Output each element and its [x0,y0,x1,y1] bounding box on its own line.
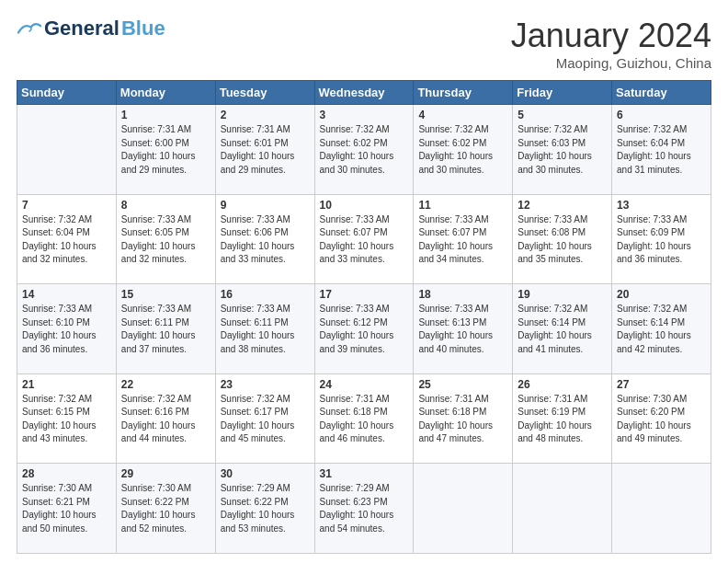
calendar-cell: 14Sunrise: 7:33 AM Sunset: 6:10 PM Dayli… [17,284,117,374]
month-title: January 2024 [511,17,711,55]
calendar-cell: 24Sunrise: 7:31 AM Sunset: 6:18 PM Dayli… [314,373,414,464]
day-info: Sunrise: 7:33 AM Sunset: 6:09 PM Dayligh… [617,213,706,267]
calendar-cell: 11Sunrise: 7:33 AM Sunset: 6:07 PM Dayli… [414,194,513,284]
day-number: 3 [320,109,409,121]
day-number: 13 [617,199,706,212]
calendar-cell: 31Sunrise: 7:29 AM Sunset: 6:23 PM Dayli… [314,464,414,554]
day-number: 20 [617,288,706,301]
day-info: Sunrise: 7:32 AM Sunset: 6:16 PM Dayligh… [121,393,210,446]
day-number: 14 [22,288,111,301]
day-number: 23 [221,378,310,391]
day-info: Sunrise: 7:33 AM Sunset: 6:07 PM Dayligh… [320,213,409,267]
day-info: Sunrise: 7:31 AM Sunset: 6:19 PM Dayligh… [518,393,607,446]
day-info: Sunrise: 7:32 AM Sunset: 6:15 PM Dayligh… [22,393,111,446]
day-info: Sunrise: 7:31 AM Sunset: 6:01 PM Dayligh… [221,123,310,177]
day-info: Sunrise: 7:30 AM Sunset: 6:22 PM Dayligh… [121,482,210,535]
calendar-cell: 25Sunrise: 7:31 AM Sunset: 6:18 PM Dayli… [414,373,513,464]
calendar-cell: 6Sunrise: 7:32 AM Sunset: 6:04 PM Daylig… [612,105,711,195]
calendar-cell [513,464,612,554]
calendar-cell: 3Sunrise: 7:32 AM Sunset: 6:02 PM Daylig… [314,105,414,195]
day-info: Sunrise: 7:33 AM Sunset: 6:07 PM Dayligh… [418,213,507,267]
col-header-saturday: Saturday [612,81,711,105]
day-number: 26 [518,378,607,391]
calendar-cell: 1Sunrise: 7:31 AM Sunset: 6:00 PM Daylig… [116,105,215,195]
day-number: 19 [518,288,607,301]
calendar-cell: 9Sunrise: 7:33 AM Sunset: 6:06 PM Daylig… [215,194,314,284]
calendar-cell: 28Sunrise: 7:30 AM Sunset: 6:21 PM Dayli… [17,464,117,554]
day-number: 2 [221,109,310,121]
day-number: 6 [617,109,706,121]
calendar-cell: 2Sunrise: 7:31 AM Sunset: 6:01 PM Daylig… [215,105,314,195]
col-header-wednesday: Wednesday [314,81,414,105]
day-number: 9 [221,199,310,212]
calendar-cell: 12Sunrise: 7:33 AM Sunset: 6:08 PM Dayli… [513,194,612,284]
day-number: 21 [22,378,111,391]
calendar-cell: 20Sunrise: 7:32 AM Sunset: 6:14 PM Dayli… [612,284,711,374]
day-info: Sunrise: 7:33 AM Sunset: 6:08 PM Dayligh… [518,213,607,267]
page: GeneralBlue January 2024 Maoping, Guizho… [0,0,728,563]
calendar-cell: 22Sunrise: 7:32 AM Sunset: 6:16 PM Dayli… [116,373,215,464]
logo-blue: Blue [121,17,165,40]
title-area: January 2024 Maoping, Guizhou, China [511,17,711,71]
calendar-cell: 18Sunrise: 7:33 AM Sunset: 6:13 PM Dayli… [414,284,513,374]
calendar-cell: 16Sunrise: 7:33 AM Sunset: 6:11 PM Dayli… [215,284,314,374]
day-info: Sunrise: 7:32 AM Sunset: 6:04 PM Dayligh… [617,123,706,177]
logo: GeneralBlue [17,17,165,40]
header: GeneralBlue January 2024 Maoping, Guizho… [17,17,711,71]
day-number: 27 [617,378,706,391]
day-number: 11 [418,199,507,212]
logo-general: General [44,17,119,40]
day-info: Sunrise: 7:33 AM Sunset: 6:10 PM Dayligh… [22,303,111,356]
day-info: Sunrise: 7:32 AM Sunset: 6:14 PM Dayligh… [518,303,607,356]
calendar-cell: 27Sunrise: 7:30 AM Sunset: 6:20 PM Dayli… [612,373,711,464]
calendar-table: SundayMondayTuesdayWednesdayThursdayFrid… [17,80,711,554]
day-info: Sunrise: 7:30 AM Sunset: 6:21 PM Dayligh… [22,482,111,535]
week-row-0: 1Sunrise: 7:31 AM Sunset: 6:00 PM Daylig… [17,105,711,195]
calendar-cell [612,464,711,554]
calendar-cell: 13Sunrise: 7:33 AM Sunset: 6:09 PM Dayli… [612,194,711,284]
calendar-cell: 17Sunrise: 7:33 AM Sunset: 6:12 PM Dayli… [314,284,414,374]
col-header-monday: Monday [116,81,215,105]
day-number: 7 [22,199,111,212]
calendar-cell: 30Sunrise: 7:29 AM Sunset: 6:22 PM Dayli… [215,464,314,554]
calendar-cell [17,105,117,195]
week-row-1: 7Sunrise: 7:32 AM Sunset: 6:04 PM Daylig… [17,194,711,284]
col-header-friday: Friday [513,81,612,105]
calendar-cell: 10Sunrise: 7:33 AM Sunset: 6:07 PM Dayli… [314,194,414,284]
day-number: 1 [121,109,210,121]
day-info: Sunrise: 7:29 AM Sunset: 6:23 PM Dayligh… [320,482,409,535]
location: Maoping, Guizhou, China [511,55,711,71]
day-number: 29 [121,467,210,480]
calendar-cell: 21Sunrise: 7:32 AM Sunset: 6:15 PM Dayli… [17,373,117,464]
day-info: Sunrise: 7:31 AM Sunset: 6:18 PM Dayligh… [320,393,409,446]
day-info: Sunrise: 7:31 AM Sunset: 6:18 PM Dayligh… [418,393,507,446]
day-info: Sunrise: 7:33 AM Sunset: 6:05 PM Dayligh… [121,213,210,267]
day-number: 30 [221,467,310,480]
calendar-cell: 19Sunrise: 7:32 AM Sunset: 6:14 PM Dayli… [513,284,612,374]
calendar-cell: 29Sunrise: 7:30 AM Sunset: 6:22 PM Dayli… [116,464,215,554]
day-number: 17 [320,288,409,301]
day-info: Sunrise: 7:30 AM Sunset: 6:20 PM Dayligh… [617,393,706,446]
day-info: Sunrise: 7:33 AM Sunset: 6:13 PM Dayligh… [418,303,507,356]
calendar-header-row: SundayMondayTuesdayWednesdayThursdayFrid… [17,81,711,105]
day-info: Sunrise: 7:32 AM Sunset: 6:02 PM Dayligh… [320,123,409,177]
day-info: Sunrise: 7:32 AM Sunset: 6:03 PM Dayligh… [518,123,607,177]
day-info: Sunrise: 7:33 AM Sunset: 6:12 PM Dayligh… [320,303,409,356]
day-number: 28 [22,467,111,480]
col-header-thursday: Thursday [414,81,513,105]
day-info: Sunrise: 7:32 AM Sunset: 6:14 PM Dayligh… [617,303,706,356]
day-info: Sunrise: 7:32 AM Sunset: 6:17 PM Dayligh… [221,393,310,446]
day-number: 4 [418,109,507,121]
week-row-3: 21Sunrise: 7:32 AM Sunset: 6:15 PM Dayli… [17,373,711,464]
calendar-cell: 5Sunrise: 7:32 AM Sunset: 6:03 PM Daylig… [513,105,612,195]
col-header-tuesday: Tuesday [215,81,314,105]
day-info: Sunrise: 7:29 AM Sunset: 6:22 PM Dayligh… [221,482,310,535]
calendar-cell: 4Sunrise: 7:32 AM Sunset: 6:02 PM Daylig… [414,105,513,195]
col-header-sunday: Sunday [17,81,117,105]
day-number: 5 [518,109,607,121]
day-info: Sunrise: 7:33 AM Sunset: 6:11 PM Dayligh… [221,303,310,356]
day-number: 31 [320,467,409,480]
calendar-body: 1Sunrise: 7:31 AM Sunset: 6:00 PM Daylig… [17,105,711,554]
day-number: 8 [121,199,210,212]
week-row-4: 28Sunrise: 7:30 AM Sunset: 6:21 PM Dayli… [17,464,711,554]
